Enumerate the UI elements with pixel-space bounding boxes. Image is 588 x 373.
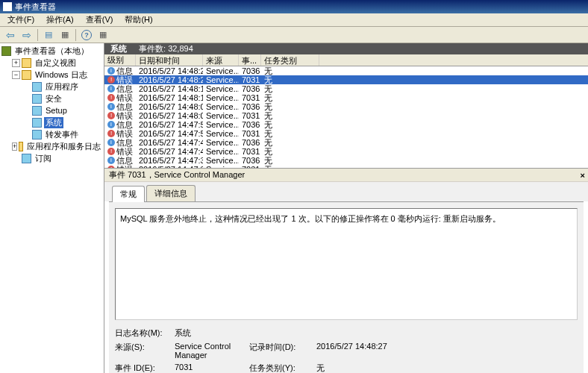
menu-view[interactable]: 查看(V)	[81, 13, 118, 26]
row-eventid: 7031	[239, 93, 261, 102]
row-datetime: 2016/5/27 14:47:57	[136, 129, 203, 138]
row-source: Service...	[203, 102, 239, 111]
table-row[interactable]: !错误2016/5/27 14:48:14Service...7031无	[104, 93, 588, 102]
col-source[interactable]: 来源	[203, 54, 239, 66]
table-row[interactable]: i信息2016/5/27 14:48:07Service...7036无	[104, 102, 588, 111]
prop-eventid-value: 7031	[175, 363, 249, 373]
tab-bar: 常规 详细信息	[104, 182, 588, 201]
row-datetime: 2016/5/27 14:47:37	[136, 156, 203, 165]
tree-label: 转发事件	[44, 129, 80, 140]
table-row[interactable]: !错误2016/5/27 14:47:47Service...7031无	[104, 147, 588, 156]
log-icon	[32, 118, 42, 128]
table-row[interactable]: i信息2016/5/27 14:47:58Service...7036无	[104, 120, 588, 129]
prop-taskcat-value: 无	[316, 363, 436, 373]
tree-security[interactable]: 安全	[1, 93, 102, 104]
col-category[interactable]: 任务类别	[261, 54, 319, 66]
arrow-left-icon	[6, 29, 15, 41]
collapse-icon[interactable]: −	[12, 71, 20, 79]
detail-title-bar: 事件 7031，Service Control Manager ×	[104, 169, 588, 182]
prop-button[interactable]	[41, 28, 56, 42]
table-row[interactable]: i信息2016/5/27 14:48:15Service...7036无	[104, 84, 588, 93]
error-icon: !	[107, 94, 115, 101]
refresh-button[interactable]	[57, 28, 72, 42]
row-datetime: 2016/5/27 14:47:48	[136, 138, 203, 147]
tree-application[interactable]: 应用程序	[1, 81, 102, 93]
event-message[interactable]: MySQL 服务意外地终止，这种情况已经出现了 1 次。以下的修正操作将在 0 …	[115, 208, 578, 320]
separator	[75, 29, 76, 41]
help-button[interactable]	[79, 28, 94, 42]
folder-icon	[22, 58, 31, 68]
tree-label: 系统	[44, 117, 63, 128]
detail-pane: 事件 7031，Service Control Manager × 常规 详细信…	[104, 168, 588, 373]
tree-app-services[interactable]: + 应用程序和服务日志	[1, 140, 102, 152]
info-icon: i	[107, 157, 115, 164]
info-icon: i	[107, 103, 115, 110]
tree-label: 自定义视图	[34, 57, 78, 69]
menu-help[interactable]: 帮助(H)	[120, 13, 157, 26]
row-source: Service...	[203, 111, 239, 120]
arrow-right-icon	[22, 29, 31, 41]
table-row[interactable]: i信息2016/5/27 14:47:37Service...7036无	[104, 156, 588, 165]
menu-file[interactable]: 文件(F)	[3, 13, 39, 26]
tree-root[interactable]: 事件查看器（本地）	[1, 45, 102, 57]
separator	[37, 29, 38, 41]
tree-label: 安全	[44, 93, 63, 104]
content-pane: 系统 事件数: 32,894 级别 日期和时间 来源 事... 任务类别 i信息…	[104, 43, 588, 373]
tree-windows-logs[interactable]: − Windows 日志	[1, 69, 102, 81]
row-source: Service...	[203, 93, 239, 102]
row-eventid: 7036	[239, 84, 261, 93]
prop-taskcat-label: 任务类别(Y):	[249, 363, 316, 373]
tree-label: 应用程序	[44, 81, 80, 93]
tree-subscriptions[interactable]: 订阅	[1, 152, 102, 164]
col-level[interactable]: 级别	[104, 54, 136, 66]
folder-icon	[19, 142, 23, 151]
forward-button[interactable]	[19, 28, 34, 42]
row-source: Service...	[203, 66, 239, 75]
tree-label: 应用程序和服务日志	[25, 141, 102, 152]
tree-label: Windows 日志	[34, 69, 89, 81]
log-icon	[32, 82, 42, 92]
back-button[interactable]	[3, 28, 18, 42]
detail-title: 事件 7031，Service Control Manager	[109, 169, 245, 181]
prop-source-label: 来源(S):	[115, 342, 175, 360]
tree-system[interactable]: 系统	[1, 116, 102, 128]
row-eventid: 7036	[239, 138, 261, 147]
list-header: 系统 事件数: 32,894	[104, 43, 588, 54]
row-datetime: 2016/5/27 14:48:15	[136, 84, 203, 93]
info-icon: i	[107, 139, 115, 146]
tree-custom-views[interactable]: + 自定义视图	[1, 57, 102, 69]
prop-logged-label: 记录时间(D):	[249, 342, 316, 360]
row-eventid: 7031	[239, 129, 261, 138]
row-datetime: 2016/5/27 14:48:28	[136, 66, 203, 75]
row-eventid: 7031	[239, 111, 261, 120]
table-row[interactable]: !错误2016/5/27 14:47:57Service...7031无	[104, 129, 588, 138]
folder-icon	[22, 70, 31, 80]
table-row[interactable]: !错误2016/5/27 14:48:06Service...7031无	[104, 111, 588, 120]
panel-button[interactable]	[96, 28, 110, 42]
table-row[interactable]: i信息2016/5/27 14:48:28Service...7036无	[104, 66, 588, 75]
eventviewer-icon	[1, 46, 11, 56]
log-icon	[32, 94, 42, 104]
expand-icon[interactable]: +	[12, 59, 20, 67]
tree-setup[interactable]: Setup	[1, 104, 102, 116]
count-value: 32,894	[168, 44, 193, 53]
property-grid: 日志名称(M): 系统 来源(S): Service Control Manag…	[115, 327, 578, 373]
tree-forwarded[interactable]: 转发事件	[1, 128, 102, 140]
col-eventid[interactable]: 事...	[239, 54, 261, 66]
menu-action[interactable]: 操作(A)	[42, 13, 78, 26]
table-row[interactable]: !错误2016/5/27 14:48:27Service...7031无	[104, 75, 588, 84]
tree-label: 订阅	[34, 153, 53, 164]
expand-icon[interactable]: +	[12, 142, 17, 151]
properties-icon	[45, 30, 52, 40]
grid-body[interactable]: i信息2016/5/27 14:48:28Service...7036无!错误2…	[104, 66, 588, 168]
tab-details[interactable]: 详细信息	[146, 185, 196, 201]
col-datetime[interactable]: 日期和时间	[136, 54, 203, 66]
panel-icon	[99, 30, 107, 40]
tree-label: Setup	[44, 106, 69, 115]
close-icon[interactable]: ×	[581, 171, 585, 180]
tab-general[interactable]: 常规	[112, 186, 145, 202]
row-eventid: 7031	[239, 75, 261, 84]
row-eventid: 7036	[239, 66, 261, 75]
log-icon	[32, 130, 42, 140]
table-row[interactable]: i信息2016/5/27 14:47:48Service...7036无	[104, 138, 588, 147]
